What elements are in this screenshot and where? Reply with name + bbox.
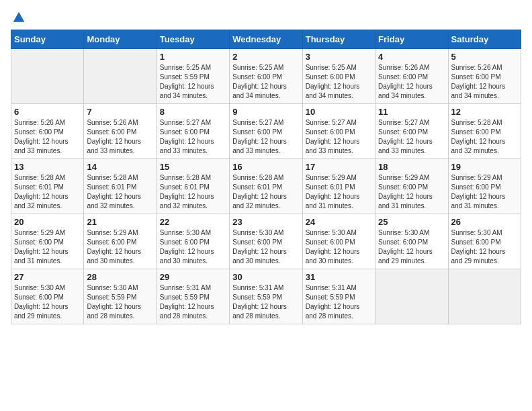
day-info: Sunrise: 5:27 AM Sunset: 6:00 PM Dayligh…	[306, 118, 372, 156]
day-number: 1	[160, 52, 226, 62]
day-info: Sunrise: 5:26 AM Sunset: 6:00 PM Dayligh…	[378, 63, 445, 101]
day-number: 29	[160, 272, 226, 282]
day-number: 15	[160, 162, 226, 172]
calendar-cell: 25Sunrise: 5:30 AM Sunset: 6:00 PM Dayli…	[375, 214, 448, 269]
calendar-cell: 3Sunrise: 5:25 AM Sunset: 6:00 PM Daylig…	[302, 49, 375, 104]
calendar-cell: 17Sunrise: 5:29 AM Sunset: 6:01 PM Dayli…	[302, 159, 375, 214]
calendar-cell	[84, 49, 157, 104]
calendar-cell	[448, 269, 521, 324]
calendar-cell: 19Sunrise: 5:29 AM Sunset: 6:00 PM Dayli…	[448, 159, 521, 214]
calendar-cell	[11, 49, 84, 104]
calendar-cell: 28Sunrise: 5:30 AM Sunset: 5:59 PM Dayli…	[84, 269, 157, 324]
day-number: 20	[14, 217, 81, 227]
day-number: 11	[378, 107, 445, 117]
day-number: 8	[160, 107, 226, 117]
weekday-header-wednesday: Wednesday	[230, 30, 302, 49]
day-number: 21	[87, 217, 153, 227]
day-info: Sunrise: 5:30 AM Sunset: 6:00 PM Dayligh…	[232, 228, 299, 266]
calendar-cell: 7Sunrise: 5:26 AM Sunset: 6:00 PM Daylig…	[84, 104, 157, 159]
day-number: 14	[87, 162, 153, 172]
day-number: 31	[306, 272, 372, 282]
calendar-cell: 30Sunrise: 5:31 AM Sunset: 5:59 PM Dayli…	[230, 269, 302, 324]
day-info: Sunrise: 5:31 AM Sunset: 5:59 PM Dayligh…	[160, 283, 226, 321]
logo	[11, 11, 26, 24]
day-info: Sunrise: 5:30 AM Sunset: 6:00 PM Dayligh…	[160, 228, 226, 266]
day-info: Sunrise: 5:25 AM Sunset: 5:59 PM Dayligh…	[160, 63, 226, 101]
week-row-5: 27Sunrise: 5:30 AM Sunset: 6:00 PM Dayli…	[11, 269, 521, 324]
day-number: 28	[87, 272, 153, 282]
day-number: 24	[306, 217, 372, 227]
day-info: Sunrise: 5:28 AM Sunset: 6:01 PM Dayligh…	[160, 173, 226, 211]
day-info: Sunrise: 5:31 AM Sunset: 5:59 PM Dayligh…	[306, 283, 372, 321]
day-number: 9	[232, 107, 299, 117]
calendar-cell: 6Sunrise: 5:26 AM Sunset: 6:00 PM Daylig…	[11, 104, 84, 159]
calendar-cell: 5Sunrise: 5:26 AM Sunset: 6:00 PM Daylig…	[448, 49, 521, 104]
weekday-header-tuesday: Tuesday	[157, 30, 229, 49]
week-row-4: 20Sunrise: 5:29 AM Sunset: 6:00 PM Dayli…	[11, 214, 521, 269]
day-number: 7	[87, 107, 153, 117]
calendar-cell: 21Sunrise: 5:29 AM Sunset: 6:00 PM Dayli…	[84, 214, 157, 269]
day-number: 25	[378, 217, 445, 227]
day-number: 22	[160, 217, 226, 227]
day-info: Sunrise: 5:30 AM Sunset: 6:00 PM Dayligh…	[378, 228, 445, 266]
day-info: Sunrise: 5:29 AM Sunset: 6:00 PM Dayligh…	[378, 173, 445, 211]
calendar-cell: 12Sunrise: 5:28 AM Sunset: 6:00 PM Dayli…	[448, 104, 521, 159]
calendar-cell: 9Sunrise: 5:27 AM Sunset: 6:00 PM Daylig…	[230, 104, 302, 159]
week-row-1: 1Sunrise: 5:25 AM Sunset: 5:59 PM Daylig…	[11, 49, 521, 104]
calendar-cell: 2Sunrise: 5:25 AM Sunset: 6:00 PM Daylig…	[230, 49, 302, 104]
calendar-cell: 18Sunrise: 5:29 AM Sunset: 6:00 PM Dayli…	[375, 159, 448, 214]
day-number: 23	[232, 217, 299, 227]
day-number: 27	[14, 272, 81, 282]
calendar-cell: 27Sunrise: 5:30 AM Sunset: 6:00 PM Dayli…	[11, 269, 84, 324]
day-number: 30	[232, 272, 299, 282]
day-info: Sunrise: 5:26 AM Sunset: 6:00 PM Dayligh…	[451, 63, 518, 101]
calendar-cell	[375, 269, 448, 324]
logo-icon	[12, 11, 26, 24]
day-number: 10	[306, 107, 372, 117]
day-number: 3	[306, 52, 372, 62]
day-number: 12	[451, 107, 518, 117]
calendar-cell: 4Sunrise: 5:26 AM Sunset: 6:00 PM Daylig…	[375, 49, 448, 104]
page-header	[11, 11, 521, 24]
day-number: 16	[232, 162, 299, 172]
calendar-cell: 8Sunrise: 5:27 AM Sunset: 6:00 PM Daylig…	[157, 104, 229, 159]
calendar-cell: 29Sunrise: 5:31 AM Sunset: 5:59 PM Dayli…	[157, 269, 229, 324]
day-info: Sunrise: 5:30 AM Sunset: 6:00 PM Dayligh…	[451, 228, 518, 266]
calendar-cell: 26Sunrise: 5:30 AM Sunset: 6:00 PM Dayli…	[448, 214, 521, 269]
day-info: Sunrise: 5:29 AM Sunset: 6:00 PM Dayligh…	[451, 173, 518, 211]
calendar-cell: 1Sunrise: 5:25 AM Sunset: 5:59 PM Daylig…	[157, 49, 229, 104]
calendar-cell: 14Sunrise: 5:28 AM Sunset: 6:01 PM Dayli…	[84, 159, 157, 214]
weekday-header-friday: Friday	[375, 30, 448, 49]
calendar-cell: 31Sunrise: 5:31 AM Sunset: 5:59 PM Dayli…	[302, 269, 375, 324]
day-info: Sunrise: 5:28 AM Sunset: 6:01 PM Dayligh…	[232, 173, 299, 211]
day-number: 19	[451, 162, 518, 172]
calendar-cell: 22Sunrise: 5:30 AM Sunset: 6:00 PM Dayli…	[157, 214, 229, 269]
day-info: Sunrise: 5:27 AM Sunset: 6:00 PM Dayligh…	[378, 118, 445, 156]
day-info: Sunrise: 5:31 AM Sunset: 5:59 PM Dayligh…	[232, 283, 299, 321]
day-number: 4	[378, 52, 445, 62]
day-info: Sunrise: 5:25 AM Sunset: 6:00 PM Dayligh…	[306, 63, 372, 101]
day-info: Sunrise: 5:28 AM Sunset: 6:01 PM Dayligh…	[14, 173, 81, 211]
weekday-header-thursday: Thursday	[302, 30, 375, 49]
day-info: Sunrise: 5:30 AM Sunset: 6:00 PM Dayligh…	[14, 283, 81, 321]
day-info: Sunrise: 5:28 AM Sunset: 6:00 PM Dayligh…	[451, 118, 518, 156]
calendar-cell: 15Sunrise: 5:28 AM Sunset: 6:01 PM Dayli…	[157, 159, 229, 214]
weekday-header-row: SundayMondayTuesdayWednesdayThursdayFrid…	[11, 30, 521, 49]
day-number: 18	[378, 162, 445, 172]
day-number: 6	[14, 107, 81, 117]
day-number: 2	[232, 52, 299, 62]
day-number: 17	[306, 162, 372, 172]
calendar-cell: 13Sunrise: 5:28 AM Sunset: 6:01 PM Dayli…	[11, 159, 84, 214]
calendar-cell: 10Sunrise: 5:27 AM Sunset: 6:00 PM Dayli…	[302, 104, 375, 159]
day-info: Sunrise: 5:27 AM Sunset: 6:00 PM Dayligh…	[160, 118, 226, 156]
week-row-2: 6Sunrise: 5:26 AM Sunset: 6:00 PM Daylig…	[11, 104, 521, 159]
day-info: Sunrise: 5:27 AM Sunset: 6:00 PM Dayligh…	[232, 118, 299, 156]
day-number: 26	[451, 217, 518, 227]
calendar-cell: 20Sunrise: 5:29 AM Sunset: 6:00 PM Dayli…	[11, 214, 84, 269]
calendar-cell: 23Sunrise: 5:30 AM Sunset: 6:00 PM Dayli…	[230, 214, 302, 269]
day-number: 5	[451, 52, 518, 62]
day-info: Sunrise: 5:29 AM Sunset: 6:00 PM Dayligh…	[87, 228, 153, 266]
day-info: Sunrise: 5:29 AM Sunset: 6:00 PM Dayligh…	[14, 228, 81, 266]
day-info: Sunrise: 5:30 AM Sunset: 6:00 PM Dayligh…	[306, 228, 372, 266]
calendar-cell: 24Sunrise: 5:30 AM Sunset: 6:00 PM Dayli…	[302, 214, 375, 269]
